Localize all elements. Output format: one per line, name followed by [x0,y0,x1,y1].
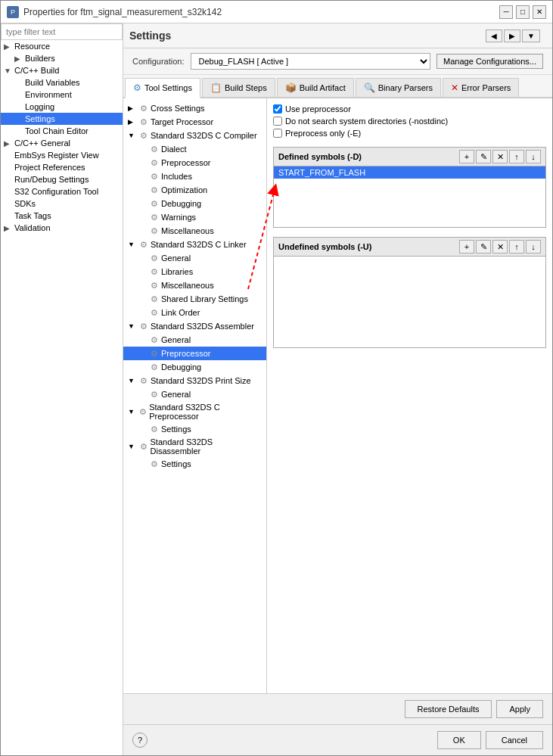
stree-item-std-s32ds-c-preprocessor[interactable]: ▼⚙Standard S32DS C Preprocessor [123,401,266,422]
sidebar-item-settings[interactable]: Settings [1,113,123,125]
settings-heading: Settings [129,26,486,45]
tab-tool-settings[interactable]: ⚙Tool Settings [125,78,200,98]
expand-icon: ▶ [4,139,13,148]
stree-item-std-s32ds-assembler[interactable]: ▼⚙Standard S32DS Assembler [123,319,266,333]
sidebar-item-cpp-build[interactable]: ▼C/C++ Build [1,64,123,76]
stree-item-libraries[interactable]: ⚙Libraries [123,265,266,278]
sidebar-item-logging[interactable]: Logging [1,101,123,113]
stree-label-libraries: Libraries [161,267,193,276]
restore-defaults-button[interactable]: Restore Defaults [405,700,492,718]
stree-item-link-order[interactable]: ⚙Link Order [123,306,266,319]
defined-symbol-item[interactable]: START_FROM_FLASH [274,166,545,179]
manage-configs-button[interactable]: Manage Configurations... [436,54,543,69]
sidebar-item-tool-chain-editor[interactable]: Tool Chain Editor [1,125,123,137]
tab-build-artifact[interactable]: 📦Build Artifact [277,78,354,97]
edit-defined-btn[interactable]: ✎ [476,150,491,163]
stree-item-dialect[interactable]: ⚙Dialect [123,142,266,156]
gear-icon: ⚙ [138,406,148,417]
up-defined-btn[interactable]: ↑ [509,150,524,163]
sidebar-item-environment[interactable]: Environment [1,89,123,101]
config-select[interactable]: Debug_FLASH [ Active ] [191,53,431,70]
stree-label-settings-preprocessor: Settings [161,425,191,434]
close-button[interactable]: ✕ [533,5,546,19]
sidebar-item-label: S32 Configuration Tool [14,187,98,196]
sidebar-item-run-debug[interactable]: Run/Debug Settings [1,173,123,185]
maximize-button[interactable]: □ [516,5,530,19]
undef-sym-btn-1[interactable]: ✎ [476,240,491,254]
sidebar-item-cpp-general[interactable]: ▶C/C++ General [1,137,123,149]
ok-button[interactable]: OK [437,731,481,749]
content-area: ▶Resource▶Builders▼C/C++ BuildBuild Vari… [1,23,552,755]
sidebar-item-embsys[interactable]: EmbSys Register View [1,149,123,161]
stree-item-general-assembler[interactable]: ⚙General [123,333,266,347]
stree-item-cross-settings[interactable]: ▶⚙Cross Settings [123,101,266,115]
tab-label-error-parsers: Error Parsers [461,83,511,92]
tab-binary-parsers[interactable]: 🔍Binary Parsers [356,78,441,97]
nav-forward-button[interactable]: ▶ [504,30,520,42]
tab-error-parsers[interactable]: ✕Error Parsers [443,78,519,97]
cancel-button[interactable]: Cancel [486,731,543,749]
stree-item-shared-lib-settings[interactable]: ⚙Shared Library Settings [123,292,266,306]
stree-item-preprocessor[interactable]: ⚙Preprocessor [123,156,266,170]
sidebar-item-sdks[interactable]: SDKs [1,198,123,210]
sidebar-item-task-tags[interactable]: Task Tags [1,210,123,222]
apply-button[interactable]: Apply [496,700,543,718]
gear-icon: ⚙ [149,198,160,209]
sidebar-item-builders[interactable]: ▶Builders [1,52,123,64]
undef-sym-btn-2[interactable]: ✕ [492,240,508,254]
stree-expand-icon: ▼ [128,377,137,384]
undef-sym-btn-4[interactable]: ↓ [526,240,541,254]
gear-icon: ⚙ [138,130,149,141]
error-icon: ✕ [451,82,458,93]
stree-item-warnings[interactable]: ⚙Warnings [123,210,266,224]
remove-defined-btn[interactable]: ✕ [492,150,508,163]
stree-item-debugging[interactable]: ⚙Debugging [123,197,266,210]
sidebar-item-s32-config[interactable]: S32 Configuration Tool [1,185,123,198]
stree-item-preprocessor-assembler[interactable]: ⚙Preprocessor [123,347,266,360]
config-row: Configuration: Debug_FLASH [ Active ] Ma… [123,48,552,75]
undef-sym-btn-0[interactable]: + [459,240,474,254]
stree-item-std-s32ds-c-linker[interactable]: ▼⚙Standard S32DS C Linker [123,238,266,251]
sidebar-item-build-variables[interactable]: Build Variables [1,76,123,89]
add-defined-btn[interactable]: + [459,150,474,163]
stree-item-std-s32ds-disassembler[interactable]: ▼⚙Standard S32DS Disassembler [123,436,266,457]
checkbox-use-preprocessor[interactable] [273,104,282,114]
gear-icon: ⚙ [149,226,160,236]
tab-build-steps[interactable]: 📋Build Steps [202,78,275,97]
help-button[interactable]: ? [132,733,148,748]
filter-input[interactable] [1,23,123,40]
nav-dropdown-button[interactable]: ▼ [522,30,540,42]
stree-item-settings-preprocessor[interactable]: ⚙Settings [123,422,266,436]
checkbox-label-preprocess-only: Preprocess only (-E) [285,129,361,138]
gear-icon: ⚙ [149,157,160,168]
sidebar-item-label: Environment [25,90,72,99]
sidebar-item-resource[interactable]: ▶Resource [1,40,123,52]
config-label: Configuration: [132,57,185,66]
checkbox-no-system-dirs[interactable] [273,117,282,126]
stree-item-optimization[interactable]: ⚙Optimization [123,183,266,197]
expand-icon: ▼ [4,67,13,75]
sidebar-item-project-references[interactable]: Project References [1,161,123,173]
nav-back-button[interactable]: ◀ [486,30,502,42]
gear-icon: ⚙ [138,375,149,386]
stree-item-target-processor[interactable]: ▶⚙Target Processor [123,115,266,129]
checkbox-label-no-system-dirs: Do not search system directories (-nostd… [285,117,448,126]
stree-item-std-s32ds-print-size[interactable]: ▼⚙Standard S32DS Print Size [123,374,266,387]
stree-item-std-s32ds-c-compiler[interactable]: ▼⚙Standard S32DS C Compiler [123,129,266,142]
stree-item-includes[interactable]: ⚙Includes [123,170,266,183]
stree-item-debugging-assembler[interactable]: ⚙Debugging [123,360,266,374]
stree-label-includes: Includes [161,172,192,181]
sidebar-item-validation[interactable]: ▶Validation [1,222,123,234]
stree-label-dialect: Dialect [161,145,187,154]
stree-item-miscellaneous-compiler[interactable]: ⚙Miscellaneous [123,224,266,238]
checkbox-preprocess-only[interactable] [273,129,282,138]
stree-item-general-linker[interactable]: ⚙General [123,251,266,265]
stree-item-settings-disassembler[interactable]: ⚙Settings [123,457,266,471]
minimize-button[interactable]: ─ [499,5,513,19]
down-defined-btn[interactable]: ↓ [526,150,541,163]
undef-sym-btn-3[interactable]: ↑ [509,240,524,254]
stree-label-debugging: Debugging [161,199,201,208]
title-controls: ─ □ ✕ [499,5,546,19]
stree-item-general-print[interactable]: ⚙General [123,387,266,401]
stree-item-miscellaneous-linker[interactable]: ⚙Miscellaneous [123,278,266,292]
